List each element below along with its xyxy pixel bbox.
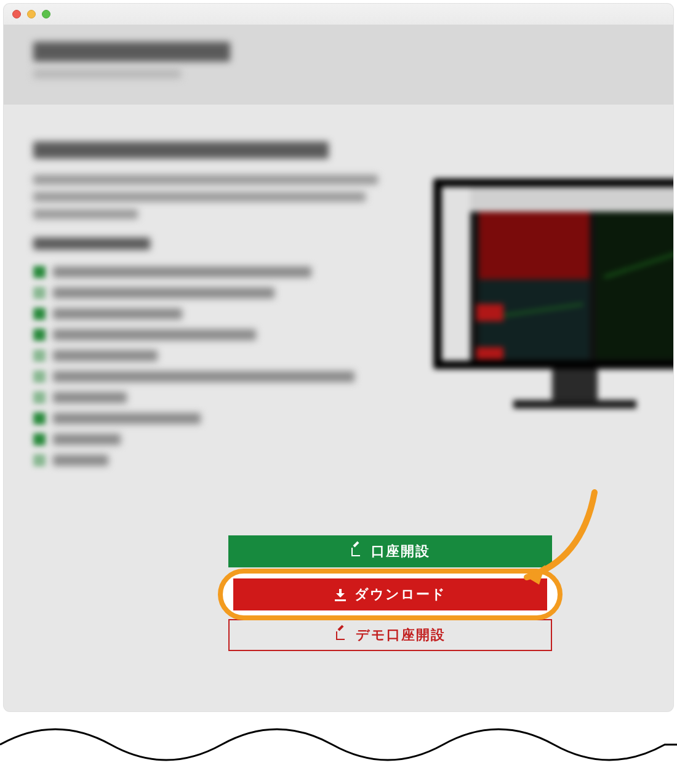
traffic-close-button[interactable] [12,10,21,18]
mac-window: 口座開設 デモ口座開設 ダウンロード [4,4,673,711]
demo-account-button[interactable]: デモ口座開設 [228,619,552,651]
monitor-illustration [433,178,673,412]
download-label: ダウンロード [355,585,446,604]
bottom-wave-edge [0,708,677,784]
edit-icon [335,629,347,641]
edit-icon [350,545,363,558]
open-account-label: 口座開設 [371,542,430,561]
traffic-zoom-button[interactable] [42,10,50,18]
demo-account-label: デモ口座開設 [356,626,446,644]
page-header [4,25,673,105]
download-button[interactable]: ダウンロード [233,578,547,610]
download-icon [335,589,346,600]
mac-titlebar [4,4,673,25]
open-account-button[interactable]: 口座開設 [228,535,552,567]
download-highlight: ダウンロード [218,569,563,620]
traffic-minimize-button[interactable] [27,10,36,18]
page-content: 口座開設 デモ口座開設 ダウンロード [4,105,673,702]
